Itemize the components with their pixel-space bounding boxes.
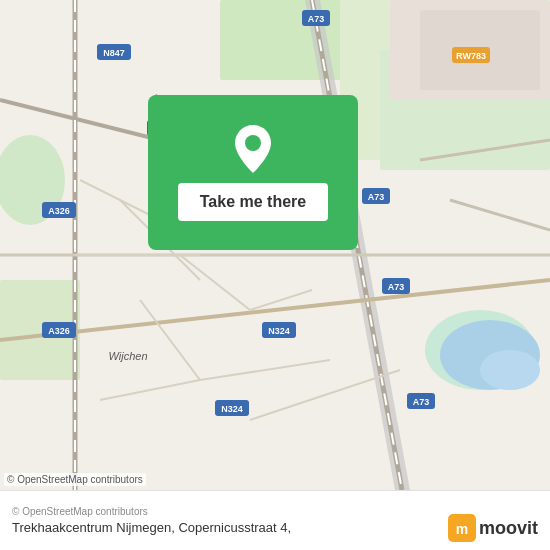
location-pin-icon (233, 125, 273, 173)
map-container: A73 A73 A73 A73 N847 N847 A326 A326 N324… (0, 0, 550, 490)
moovit-brand-name: moovit (479, 518, 538, 539)
svg-text:A73: A73 (308, 14, 325, 24)
take-me-there-button[interactable]: Take me there (178, 183, 328, 221)
location-panel: Take me there (148, 95, 358, 250)
svg-text:A326: A326 (48, 206, 70, 216)
svg-text:N847: N847 (103, 48, 125, 58)
svg-text:A73: A73 (388, 282, 405, 292)
svg-point-54 (245, 135, 261, 151)
svg-text:A326: A326 (48, 326, 70, 336)
svg-point-30 (480, 350, 540, 390)
svg-text:RW783: RW783 (456, 51, 486, 61)
svg-text:A73: A73 (413, 397, 430, 407)
svg-text:m: m (456, 521, 468, 537)
footer: © OpenStreetMap contributors Trekhaakcen… (0, 490, 550, 550)
svg-text:A73: A73 (368, 192, 385, 202)
svg-text:N324: N324 (268, 326, 290, 336)
svg-text:N324: N324 (221, 404, 243, 414)
svg-text:Wijchen: Wijchen (108, 350, 147, 362)
moovit-logo: m moovit (448, 514, 538, 542)
map-attribution: © OpenStreetMap contributors (4, 473, 146, 486)
